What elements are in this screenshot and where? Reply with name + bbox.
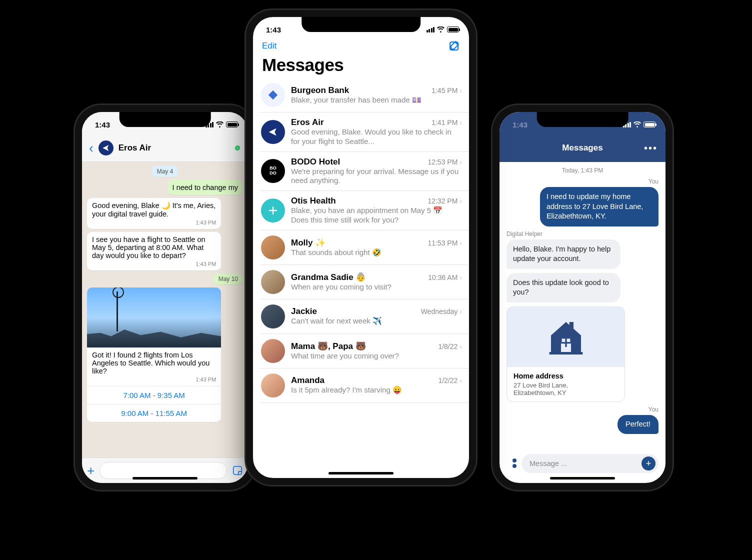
address-card[interactable]: Home address 27 Love Bird Lane, Elizabet…: [506, 306, 625, 402]
battery-icon: [644, 122, 656, 128]
svg-rect-0: [234, 466, 242, 475]
date-chip: May 10: [214, 274, 243, 284]
conversation-name: Jackie: [291, 306, 317, 316]
message-card[interactable]: Got it! I found 2 flights from Los Angel…: [87, 288, 221, 422]
conversation-preview: Good evening, Blake. Would you like to c…: [291, 128, 462, 146]
conversation-avatar: [261, 374, 285, 398]
svg-marker-7: [268, 90, 278, 100]
wifi-icon: [216, 122, 224, 128]
conversation-row[interactable]: Grandma Sadie 👵 10:36 AM › When are you …: [260, 265, 469, 300]
chat-date: Today, 1:43 PM: [506, 167, 658, 174]
message-outgoing[interactable]: I need to change my: [168, 180, 243, 195]
conversation-list[interactable]: Burgeon Bank 1:45 PM › Blake, your trans…: [253, 78, 469, 478]
more-button[interactable]: •••: [644, 142, 658, 154]
phone-messenger: 1:43 Messages ••• Today, 1:43 PM You I n…: [492, 105, 672, 490]
back-button[interactable]: ‹: [89, 142, 94, 154]
conversation-time: 1/8/22 ›: [438, 342, 462, 350]
chat-title[interactable]: Eros Air: [118, 143, 229, 153]
conversation-avatar: [261, 236, 285, 260]
sender-label: You: [506, 178, 658, 185]
conversation-row[interactable]: Burgeon Bank 1:45 PM › Blake, your trans…: [260, 78, 469, 112]
house-icon: [546, 317, 586, 357]
message-outgoing[interactable]: I need to update my home address to 27 L…: [540, 187, 658, 226]
conversation-preview: Can't wait for next week ✈️: [291, 316, 462, 326]
conversation-row[interactable]: Otis Health 12:32 PM › Blake, you have a…: [260, 191, 469, 230]
wifi-icon: [634, 122, 641, 128]
conversation-row[interactable]: Eros Air 1:41 PM › Good evening, Blake. …: [260, 112, 469, 152]
message-incoming[interactable]: Does this update look good to you?: [506, 273, 620, 302]
conversation-name: BODO Hotel: [291, 157, 340, 167]
chat-body: Today, 1:43 PM You I need to update my h…: [500, 162, 666, 449]
svg-rect-5: [549, 352, 582, 354]
status-time: 1:43: [95, 120, 110, 129]
message-input[interactable]: [100, 462, 227, 479]
chat-header: ‹ Eros Air: [82, 134, 248, 162]
quick-action-button[interactable]: [506, 458, 516, 468]
chevron-right-icon: ›: [460, 239, 462, 247]
chat-body: May 4 I need to change my Good evening, …: [82, 162, 248, 458]
status-time: 1:43: [266, 26, 281, 34]
conversation-time: 12:32 PM ›: [428, 197, 462, 205]
conversation-time: Wednesday ›: [421, 308, 462, 316]
conversation-time: 1/2/22 ›: [438, 376, 462, 384]
conversation-row[interactable]: Jackie Wednesday › Can't wait for next w…: [260, 300, 469, 334]
conversation-preview: We're preparing for your arrival. Messag…: [291, 167, 462, 186]
quick-reply-button[interactable]: 7:00 AM - 9:35 AM: [87, 386, 221, 404]
conversation-row[interactable]: Molly ✨ 11:53 PM › That sounds about rig…: [260, 230, 469, 265]
conversation-time: 10:36 AM ›: [428, 274, 462, 282]
conversation-row[interactable]: BODO BODO Hotel 12:53 PM › We're prepari…: [260, 152, 469, 192]
message-incoming[interactable]: I see you have a flight to Seattle on Ma…: [87, 232, 221, 270]
conversation-time: 1:41 PM ›: [432, 118, 462, 126]
header-title: Messages: [562, 143, 602, 153]
send-button[interactable]: +: [642, 456, 656, 470]
sender-label: Digital Helper: [506, 230, 658, 238]
message-input[interactable]: Message ... +: [522, 454, 658, 473]
phone-whatsapp: 1:43 ‹ Eros Air May 4 I need to change m…: [75, 105, 255, 490]
card-illustration: [507, 307, 624, 367]
message-incoming[interactable]: Good evening, Blake 🌙 It's me, Aries, yo…: [87, 198, 221, 229]
edit-button[interactable]: Edit: [262, 41, 276, 51]
conversation-avatar: [261, 120, 285, 144]
image-thumbnail: [87, 288, 221, 348]
chevron-right-icon: ›: [460, 118, 462, 126]
card-body: 27 Love Bird Lane, Elizabethtown, KY: [514, 382, 618, 396]
status-time: 1:43: [512, 120, 528, 129]
battery-icon: [226, 122, 238, 128]
message-outgoing[interactable]: Perfect!: [618, 415, 658, 434]
date-chip: May 4: [152, 166, 178, 177]
chevron-right-icon: ›: [460, 274, 462, 282]
conversation-preview: That sounds about right 🤣: [291, 248, 462, 258]
conversation-time: 12:53 PM ›: [428, 158, 462, 166]
conversation-row[interactable]: Mama 🐻, Papa 🐻 1/8/22 › What time are yo…: [260, 334, 469, 368]
conversation-preview: Is it 5pm already? I'm starving 😛: [291, 386, 462, 395]
compose-button[interactable]: [448, 40, 460, 52]
conversation-avatar: [261, 83, 285, 107]
conversation-preview: What time are you coming over?: [291, 352, 462, 361]
card-title: Home address: [514, 372, 618, 380]
conversation-time: 11:53 PM ›: [428, 239, 462, 247]
quick-reply-button[interactable]: 9:00 AM - 11:55 AM: [87, 404, 221, 422]
svg-rect-4: [569, 322, 573, 330]
conversation-avatar: [261, 198, 285, 222]
chevron-right-icon: ›: [460, 158, 462, 166]
message-incoming[interactable]: Hello, Blake. I'm happy to help update y…: [506, 240, 620, 269]
conversation-avatar: [261, 339, 285, 363]
conversation-preview: Blake, you have an appointment on May 5 …: [291, 206, 462, 225]
conversation-name: Molly ✨: [291, 238, 326, 248]
attach-button[interactable]: +: [87, 463, 94, 478]
chevron-right-icon: ›: [460, 86, 462, 94]
battery-icon: [447, 26, 459, 32]
chat-avatar[interactable]: [98, 140, 114, 156]
chevron-right-icon: ›: [460, 376, 462, 384]
conversation-name: Mama 🐻, Papa 🐻: [291, 341, 366, 352]
conversation-name: Grandma Sadie 👵: [291, 272, 366, 282]
conversation-avatar: [261, 270, 285, 294]
verified-icon: [234, 144, 241, 152]
conversation-name: Amanda: [291, 376, 324, 386]
sticker-button[interactable]: [232, 465, 243, 476]
conversation-avatar: [261, 304, 285, 328]
page-title: Messages: [253, 54, 469, 78]
conversation-preview: When are you coming to visit?: [291, 282, 462, 292]
chevron-right-icon: ›: [460, 197, 462, 205]
conversation-row[interactable]: Amanda 1/2/22 › Is it 5pm already? I'm s…: [260, 368, 469, 403]
